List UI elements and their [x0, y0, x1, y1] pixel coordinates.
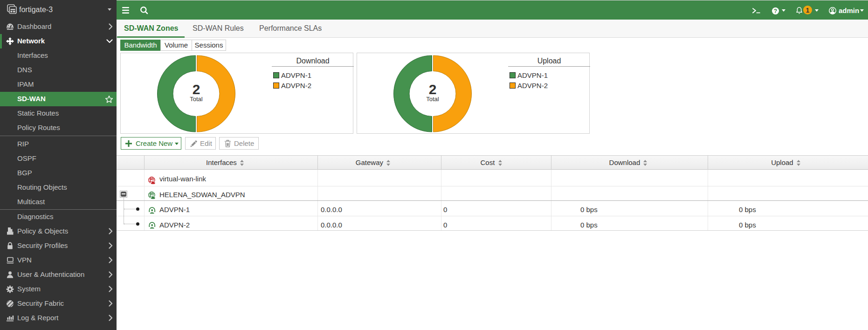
svg-text:?: ?	[774, 8, 777, 14]
